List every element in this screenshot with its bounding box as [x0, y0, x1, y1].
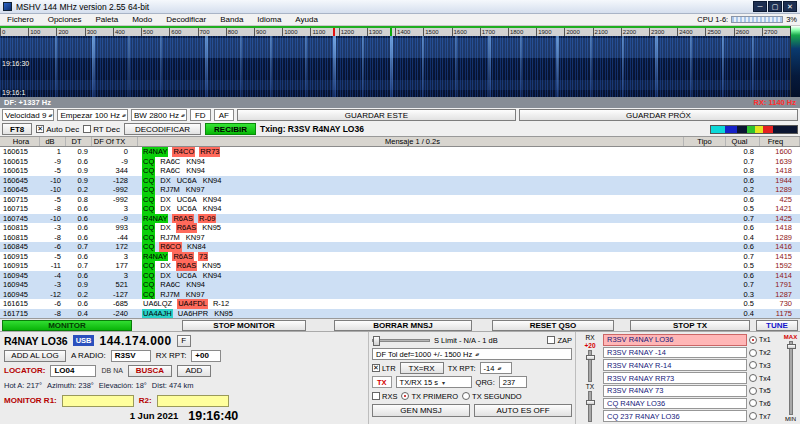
waterfall[interactable]: 19:16:30 19:16:1 [0, 36, 800, 97]
minimize-button[interactable] [753, 1, 767, 12]
decode-row[interactable]: 160715-50.8-992CQDXUC6AKN940.6425 [0, 195, 800, 205]
tx-indicator[interactable]: TX [372, 376, 392, 388]
monitor-r2-input[interactable] [157, 395, 229, 407]
ltr-checkbox[interactable]: LTR [372, 364, 396, 373]
tx-select-tx6[interactable]: Tx6 [749, 398, 781, 410]
radio-icon[interactable] [401, 392, 409, 400]
decode-row[interactable]: 160615-50.9344CQRA6CKN940.81418 [0, 166, 800, 176]
rx-gain-slider[interactable] [588, 350, 592, 382]
decode-row[interactable]: 160645-100.9-128CQDXUC6AKN940.61944 [0, 176, 800, 186]
decode-row[interactable]: 16061510.90R4NAYR4CORR730.81600 [0, 147, 800, 157]
decode-row[interactable]: 160845-60.7172CQR6COKN840.61416 [0, 242, 800, 252]
add-button[interactable]: ADD [177, 365, 211, 377]
tx-message-1[interactable]: R3SV R4NAY LO36 [603, 334, 747, 346]
s-limit-slider[interactable] [372, 339, 430, 342]
af-toggle[interactable]: AF [214, 109, 234, 121]
radio-icon[interactable] [749, 387, 757, 395]
stop-tx-button[interactable]: STOP TX [630, 320, 750, 331]
rx-rpt-spinner[interactable]: +00 [191, 350, 221, 362]
guardar-este-button[interactable]: GUARDAR ESTE [237, 109, 516, 121]
tx-freq-marker[interactable] [390, 28, 392, 36]
menu-fichero[interactable]: Fichero [0, 14, 41, 25]
bw-spinner[interactable]: BW 2800 Hz [131, 109, 187, 121]
empezar-spinner[interactable]: Empezar 100 Hz [57, 109, 128, 121]
menu-idioma[interactable]: Idioma [250, 14, 288, 25]
decode-row[interactable]: 160945-30.9521CQRA6CKN940.71791 [0, 280, 800, 290]
auto-dec-checkbox[interactable]: Auto Dec [36, 125, 79, 134]
df-tol-spinner[interactable]: DF Tol def=1000 +/- 1500 Hz [372, 348, 572, 360]
decode-row[interactable]: 160915-50.63R4NAYR6AS730.71415 [0, 252, 800, 262]
tx-message-2[interactable]: R3SV R4NAY -14 [603, 347, 747, 359]
radio-icon[interactable] [462, 392, 470, 400]
tune-power-slider[interactable] [789, 341, 793, 415]
checkbox-icon[interactable] [83, 125, 91, 133]
tx-gain-slider[interactable] [588, 391, 592, 423]
tx-select-tx4[interactable]: Tx4 [749, 372, 781, 384]
decode-row[interactable]: 160645-100.2-992CQRJ7MKN970.21289 [0, 185, 800, 195]
decode-row[interactable]: 160915-110.7177CQDXR6ASKN950.51592 [0, 261, 800, 271]
locator-input[interactable]: LO04 [50, 365, 96, 377]
tx-message-7[interactable]: CQ 237 R4NAY LO36 [603, 410, 747, 422]
decode-row[interactable]: 160715-80.63CQDXUC6AKN940.51421 [0, 204, 800, 214]
checkbox-icon[interactable] [372, 392, 380, 400]
tx-select-tx1[interactable]: Tx1 [749, 334, 781, 346]
maximize-button[interactable] [768, 1, 782, 12]
stop-monitor-button[interactable]: STOP MONITOR [182, 320, 306, 331]
decode-row[interactable]: 160945-120.2-127CQRJ7MKN970.31287 [0, 290, 800, 300]
zap-checkbox[interactable]: ZAP [547, 336, 572, 345]
monitor-button[interactable]: MONITOR [2, 320, 132, 331]
radio-icon[interactable] [749, 336, 757, 344]
decode-row[interactable]: 161615-60.6-685UA6LQZUA4FDLR-120.5730 [0, 299, 800, 309]
checkbox-icon[interactable] [36, 125, 44, 133]
checkbox-icon[interactable] [547, 336, 555, 344]
menu-modo[interactable]: Modo [125, 14, 159, 25]
decodificar-button[interactable]: DECODIFICAR [124, 123, 201, 135]
auto-es-off-button[interactable]: AUTO ES OFF [474, 404, 572, 417]
menu-banda[interactable]: Banda [213, 14, 250, 25]
fd-toggle[interactable]: FD [190, 109, 211, 121]
decode-row[interactable]: 160815-30.6993CQDXR6ASKN950.61418 [0, 223, 800, 233]
radio-icon[interactable] [749, 361, 757, 369]
radio-icon[interactable] [749, 374, 757, 382]
radio-icon[interactable] [749, 349, 757, 357]
monitor-r1-input[interactable] [62, 395, 134, 407]
menu-paleta[interactable]: Paleta [88, 14, 125, 25]
radio-icon[interactable] [749, 399, 757, 407]
tx-select-tx2[interactable]: Tx2 [749, 347, 781, 359]
decode-row[interactable]: 160945-40.63CQDXUC6AKN940.61414 [0, 271, 800, 281]
rt-dec-checkbox[interactable]: RT Dec [83, 125, 120, 134]
tx-message-6[interactable]: CQ R4NAY LO36 [603, 398, 747, 410]
menu-ayuda[interactable]: Ayuda [288, 14, 325, 25]
tx-select-tx7[interactable]: Tx7 [749, 410, 781, 422]
a-radio-input[interactable]: R3SV [111, 350, 151, 362]
tune-button[interactable]: TUNE [756, 320, 798, 331]
qrg-input[interactable]: 237 [499, 376, 527, 388]
radio-icon[interactable] [749, 412, 757, 420]
f-button[interactable]: F [177, 335, 191, 347]
decode-row[interactable]: 161715-80.4-240UA4AJHUA6HPRKN950.41175 [0, 309, 800, 319]
decode-row[interactable]: 160815-80.6-44CQRJ7MKN970.41289 [0, 233, 800, 243]
tx-message-4[interactable]: R3SV R4NAY RR73 [603, 372, 747, 384]
close-button[interactable] [783, 1, 797, 12]
reset-qso-button[interactable]: RESET QSO [492, 320, 614, 331]
busca-button[interactable]: BUSCA [128, 365, 172, 377]
decode-row[interactable]: 160745-100.6-9R4NAYR6ASR-090.71425 [0, 214, 800, 224]
rx-freq-marker[interactable] [333, 28, 335, 36]
menu-opciones[interactable]: Opciones [41, 14, 89, 25]
freq-ruler[interactable]: 0100200300400500600700800900100011001200… [0, 26, 790, 36]
guardar-prox-button[interactable]: GUARDAR PRÓX [519, 109, 798, 121]
mode-ft8-button[interactable]: FT8 [2, 123, 32, 135]
decode-row[interactable]: 160615-90.6-9CQRA6CKN940.71639 [0, 157, 800, 167]
tx-rpt-spinner[interactable]: -14 [480, 362, 512, 374]
tx-select-tx5[interactable]: Tx5 [749, 385, 781, 397]
recibir-button[interactable]: RECIBIR [205, 123, 256, 135]
tx-select-tx3[interactable]: Tx3 [749, 359, 781, 371]
tx-segundo-radio[interactable]: TX SEGUNDO [462, 392, 522, 401]
checkbox-icon[interactable] [372, 364, 380, 372]
gen-mnsj-button[interactable]: GEN MNSJ [372, 404, 470, 417]
txrx-period-dropdown[interactable]: TX/RX 15 s [396, 376, 472, 388]
add-al-log-button[interactable]: ADD AL LOG [4, 350, 66, 362]
tx-message-3[interactable]: R3SV R4NAY R-14 [603, 359, 747, 371]
rxs-checkbox[interactable]: RXS [372, 392, 397, 401]
borrar-mnsj-button[interactable]: BORRAR MNSJ [334, 320, 472, 331]
